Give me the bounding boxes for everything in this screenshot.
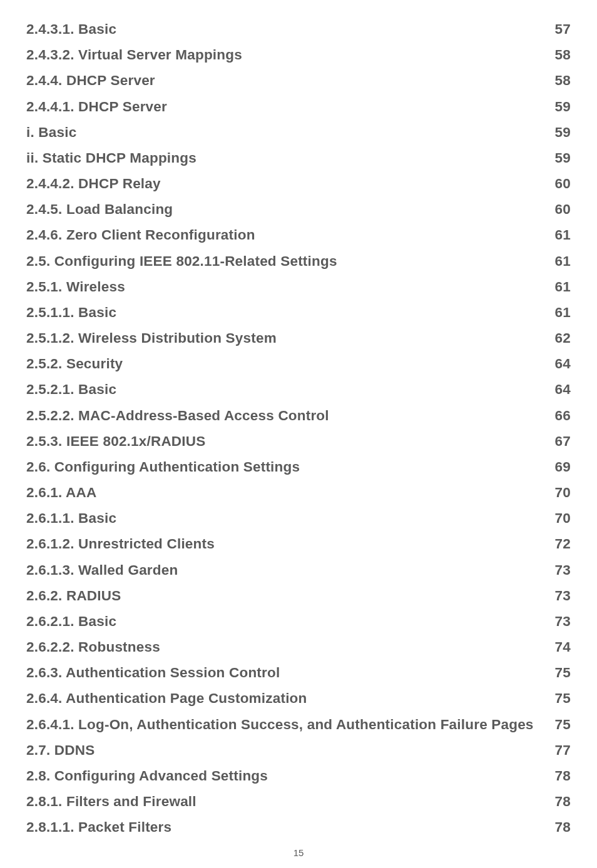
toc-page: 69	[544, 454, 571, 480]
toc-title: 2.5.2.2. MAC-Address-Based Access Contro…	[26, 403, 544, 428]
toc-page: 61	[544, 300, 571, 325]
toc-row[interactable]: 2.6.1. AAA70	[26, 480, 571, 505]
toc-title: 2.8.1. Filters and Firewall	[26, 789, 544, 814]
toc-page: 75	[544, 685, 571, 711]
toc-page: 58	[544, 68, 571, 93]
toc-title: 2.5.2.1. Basic	[26, 376, 544, 402]
toc-title: 2.6.1.2. Unrestricted Clients	[26, 531, 544, 557]
toc-title: 2.5.2. Security	[26, 351, 544, 376]
table-of-contents: 2.4.3.1. Basic572.4.3.2. Virtual Server …	[26, 16, 571, 840]
toc-title: 2.6.3. Authentication Session Control	[26, 660, 544, 685]
toc-title: 2.6.1. AAA	[26, 480, 544, 505]
toc-row[interactable]: 2.4.6. Zero Client Reconfiguration61	[26, 222, 571, 248]
toc-title: 2.5.1.2. Wireless Distribution System	[26, 325, 544, 351]
toc-page: 75	[544, 712, 571, 737]
toc-page: 59	[544, 145, 571, 171]
toc-title: 2.6.4. Authentication Page Customization	[26, 685, 544, 711]
toc-row[interactable]: 2.6.1.1. Basic70	[26, 505, 571, 531]
toc-page: 60	[544, 196, 571, 222]
toc-page: 64	[544, 376, 571, 402]
toc-page: 77	[544, 737, 571, 763]
toc-title: 2.4.3.2. Virtual Server Mappings	[26, 42, 544, 68]
toc-row[interactable]: 2.6.4.1. Log-On, Authentication Success,…	[26, 712, 571, 737]
toc-title: 2.6.1.1. Basic	[26, 505, 544, 531]
toc-row[interactable]: 2.6.1.2. Unrestricted Clients72	[26, 531, 571, 557]
toc-title: 2.6.1.3. Walled Garden	[26, 557, 544, 583]
toc-page: 66	[544, 403, 571, 428]
toc-row[interactable]: 2.4.4.2. DHCP Relay60	[26, 171, 571, 196]
toc-row[interactable]: 2.6.2.1. Basic73	[26, 608, 571, 634]
toc-row[interactable]: 2.8.1. Filters and Firewall78	[26, 789, 571, 814]
toc-title: 2.8. Configuring Advanced Settings	[26, 763, 544, 789]
toc-row[interactable]: 2.5.3. IEEE 802.1x/RADIUS67	[26, 428, 571, 454]
toc-page: 70	[544, 480, 571, 505]
toc-row[interactable]: 2.6.3. Authentication Session Control75	[26, 660, 571, 685]
toc-row[interactable]: 2.5. Configuring IEEE 802.11-Related Set…	[26, 248, 571, 274]
toc-row[interactable]: ii. Static DHCP Mappings59	[26, 145, 571, 171]
toc-page: 72	[544, 531, 571, 557]
toc-title: 2.6. Configuring Authentication Settings	[26, 454, 544, 480]
toc-row[interactable]: i. Basic59	[26, 119, 571, 145]
toc-row[interactable]: 2.5.1.2. Wireless Distribution System62	[26, 325, 571, 351]
toc-page: 57	[544, 16, 571, 42]
toc-row[interactable]: 2.4.4. DHCP Server58	[26, 68, 571, 93]
toc-page: 70	[544, 505, 571, 531]
toc-page: 73	[544, 557, 571, 583]
toc-row[interactable]: 2.4.4.1. DHCP Server59	[26, 94, 571, 119]
toc-page: 62	[544, 325, 571, 351]
page-number: 15	[0, 847, 597, 858]
toc-row[interactable]: 2.7. DDNS77	[26, 737, 571, 763]
toc-page: 73	[544, 583, 571, 608]
toc-title: 2.4.5. Load Balancing	[26, 196, 544, 222]
toc-title: 2.6.2. RADIUS	[26, 583, 544, 608]
toc-title: 2.6.4.1. Log-On, Authentication Success,…	[26, 712, 544, 737]
toc-title: ii. Static DHCP Mappings	[26, 145, 544, 171]
toc-title: 2.4.4.2. DHCP Relay	[26, 171, 544, 196]
toc-title: 2.5. Configuring IEEE 802.11-Related Set…	[26, 248, 544, 274]
toc-title: 2.8.1.1. Packet Filters	[26, 814, 544, 840]
toc-page: 61	[544, 248, 571, 274]
toc-row[interactable]: 2.4.3.1. Basic57	[26, 16, 571, 42]
toc-page: 78	[544, 814, 571, 840]
toc-title: 2.6.2.2. Robustness	[26, 634, 544, 660]
toc-row[interactable]: 2.6.2.2. Robustness74	[26, 634, 571, 660]
toc-page: 78	[544, 763, 571, 789]
toc-page: 61	[544, 274, 571, 300]
toc-row[interactable]: 2.5.2.1. Basic64	[26, 376, 571, 402]
toc-row[interactable]: 2.6.1.3. Walled Garden73	[26, 557, 571, 583]
toc-title: 2.5.3. IEEE 802.1x/RADIUS	[26, 428, 544, 454]
toc-page: 67	[544, 428, 571, 454]
toc-title: i. Basic	[26, 119, 544, 145]
toc-page: 58	[544, 42, 571, 68]
toc-page: 73	[544, 608, 571, 634]
toc-page: 61	[544, 222, 571, 248]
toc-title: 2.5.1.1. Basic	[26, 300, 544, 325]
toc-row[interactable]: 2.8. Configuring Advanced Settings78	[26, 763, 571, 789]
toc-title: 2.4.6. Zero Client Reconfiguration	[26, 222, 544, 248]
toc-title: 2.4.4.1. DHCP Server	[26, 94, 544, 119]
toc-page: 64	[544, 351, 571, 376]
toc-title: 2.5.1. Wireless	[26, 274, 544, 300]
toc-row[interactable]: 2.5.2.2. MAC-Address-Based Access Contro…	[26, 403, 571, 428]
toc-title: 2.4.4. DHCP Server	[26, 68, 544, 93]
toc-row[interactable]: 2.6.4. Authentication Page Customization…	[26, 685, 571, 711]
toc-row[interactable]: 2.5.2. Security64	[26, 351, 571, 376]
toc-title: 2.7. DDNS	[26, 737, 544, 763]
toc-row[interactable]: 2.8.1.1. Packet Filters78	[26, 814, 571, 840]
toc-row[interactable]: 2.4.3.2. Virtual Server Mappings58	[26, 42, 571, 68]
toc-row[interactable]: 2.6.2. RADIUS73	[26, 583, 571, 608]
toc-page: 75	[544, 660, 571, 685]
toc-row[interactable]: 2.4.5. Load Balancing60	[26, 196, 571, 222]
toc-page: 74	[544, 634, 571, 660]
toc-title: 2.6.2.1. Basic	[26, 608, 544, 634]
toc-row[interactable]: 2.6. Configuring Authentication Settings…	[26, 454, 571, 480]
toc-title: 2.4.3.1. Basic	[26, 16, 544, 42]
toc-row[interactable]: 2.5.1.1. Basic61	[26, 300, 571, 325]
toc-page: 59	[544, 119, 571, 145]
toc-page: 59	[544, 94, 571, 119]
toc-page: 60	[544, 171, 571, 196]
toc-row[interactable]: 2.5.1. Wireless61	[26, 274, 571, 300]
toc-page: 78	[544, 789, 571, 814]
